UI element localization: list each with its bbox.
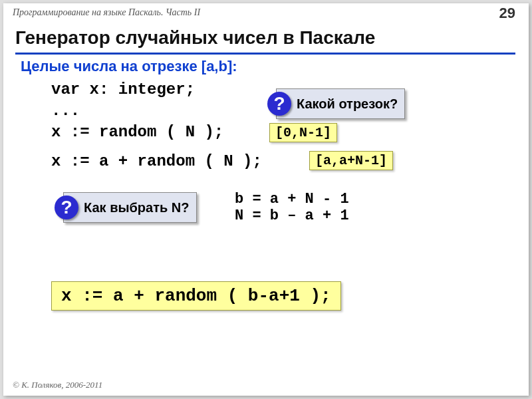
- course-label: Программирование на языке Паскаль. Часть…: [13, 7, 200, 17]
- callout-which-segment: ? Какой отрезок?: [276, 88, 405, 119]
- code-line-1: var x: integer;: [51, 80, 195, 98]
- final-formula: x := a + random ( b-a+1 );: [51, 281, 341, 311]
- range-box-1: [0,N-1]: [269, 123, 337, 142]
- range-box-2: [a,a+N-1]: [309, 151, 393, 170]
- subtitle: Целые числа на отрезке [a,b]:: [21, 58, 237, 75]
- callout-choose-n: ? Как выбрать N?: [63, 192, 197, 223]
- page-number: 29: [499, 5, 515, 22]
- slide: Программирование на языке Паскаль. Часть…: [3, 3, 529, 396]
- code-line-4: x := a + random ( N );: [51, 152, 262, 170]
- title-underline: [15, 53, 515, 55]
- callout-text: Какой отрезок?: [297, 96, 398, 112]
- code-line-3: x := random ( N );: [51, 123, 223, 141]
- page-title: Генератор случайных чисел в Паскале: [15, 27, 515, 49]
- question-mark-icon: ?: [55, 196, 78, 219]
- code-line-2: ...: [51, 102, 80, 120]
- equations: b = a + N - 1 N = b – a + 1: [235, 191, 349, 224]
- header-bar: Программирование на языке Паскаль. Часть…: [3, 3, 529, 27]
- question-mark-icon: ?: [267, 92, 291, 116]
- copyright: © К. Поляков, 2006-2011: [13, 380, 102, 390]
- callout-text: Как выбрать N?: [84, 200, 190, 215]
